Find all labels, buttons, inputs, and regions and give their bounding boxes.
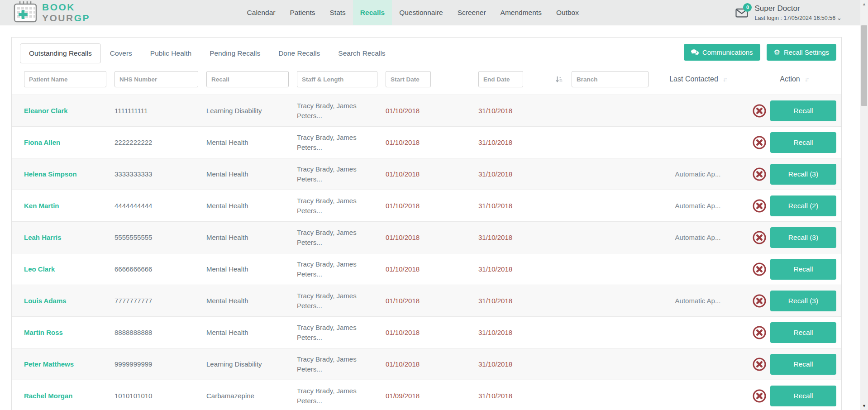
end-date-filter-input[interactable]	[478, 71, 523, 87]
table-row: Rachel Morgan 1010101010 Carbamazepine T…	[12, 380, 841, 410]
nav-item[interactable]: Amendments	[493, 0, 549, 25]
nav-item[interactable]: Patients	[283, 0, 323, 25]
end-date-cell: 31/10/2018	[478, 138, 546, 146]
nav-item-label: Amendments	[501, 9, 542, 17]
cancel-recall-icon[interactable]	[753, 262, 766, 276]
nhs-number-cell: 4444444444	[114, 202, 206, 210]
table-row: Ken Martin 4444444444 Mental Health Trac…	[12, 190, 841, 222]
cancel-recall-icon[interactable]	[753, 294, 766, 308]
cancel-recall-icon[interactable]	[753, 326, 766, 339]
recall-button[interactable]: Recall	[770, 132, 836, 153]
start-date-cell: 01/10/2018	[386, 265, 478, 273]
recall-button[interactable]: Recall (3)	[770, 291, 836, 311]
patient-name-link[interactable]: Rachel Morgan	[24, 392, 114, 400]
nhs-number-cell: 2222222222	[114, 138, 206, 146]
brand-name: BOOK YOURGP	[42, 2, 90, 23]
sort-action-icon[interactable]: ↓↑	[805, 76, 808, 83]
cancel-recall-icon[interactable]	[753, 358, 766, 371]
nhs-number-filter-input[interactable]	[114, 71, 198, 87]
recall-button[interactable]: Recall	[770, 354, 836, 375]
start-date-filter-input[interactable]	[386, 71, 431, 87]
recall-type-cell: Mental Health	[206, 202, 297, 210]
calendar-plus-icon	[13, 0, 38, 25]
recall-button[interactable]: Recall (3)	[770, 227, 836, 248]
recall-type-cell: Learning Disability	[206, 360, 297, 368]
staff-length-cell: Tracy Brady, James Peters...	[297, 323, 373, 343]
recall-settings-label: Recall Settings	[784, 48, 829, 56]
nav-item[interactable]: Questionnaire	[392, 0, 450, 25]
tab[interactable]: Covers	[101, 43, 141, 63]
staff-length-cell: Tracy Brady, James Peters...	[297, 386, 373, 406]
patient-name-link[interactable]: Ken Martin	[24, 202, 114, 210]
patient-name-link[interactable]: Eleanor Clark	[24, 107, 114, 114]
scroll-up-arrow[interactable]: ▲	[862, 2, 866, 6]
messages-icon[interactable]: 0	[735, 7, 749, 20]
tab[interactable]: Outstanding Recalls	[20, 43, 101, 63]
staff-length-cell: Tracy Brady, James Peters...	[297, 133, 373, 153]
action-cell: Recall	[749, 132, 839, 153]
cancel-recall-icon[interactable]	[753, 199, 766, 213]
patient-name-link[interactable]: Leah Harris	[24, 234, 114, 241]
cancel-recall-icon[interactable]	[753, 136, 766, 149]
recall-filter-input[interactable]	[206, 71, 289, 87]
start-date-cell: 01/10/2018	[386, 202, 478, 210]
recall-button[interactable]: Recall	[770, 100, 836, 121]
staff-length-cell: Tracy Brady, James Peters...	[297, 259, 373, 279]
patient-name-link[interactable]: Fiona Allen	[24, 138, 114, 146]
nav-item-label: Calendar	[247, 9, 276, 17]
sort-amount-icon[interactable]	[546, 76, 572, 83]
action-cell: Recall (2)	[749, 195, 839, 216]
nhs-number-cell: 9999999999	[114, 360, 206, 368]
vertical-scrollbar[interactable]: ▲ ▼	[860, 0, 868, 410]
end-date-cell: 31/10/2018	[478, 107, 546, 114]
table-row: Peter Matthews 9999999999 Learning Disab…	[12, 348, 841, 380]
scrollbar-thumb[interactable]	[861, 25, 867, 106]
table-filter-row: Last Contacted ↓↑ Action ↓↑	[12, 64, 841, 95]
user-box[interactable]: 0 Super Doctor Last login : 17/05/2024 1…	[735, 0, 854, 25]
recall-button[interactable]: Recall	[770, 386, 836, 406]
patient-name-link[interactable]: Peter Matthews	[24, 360, 114, 368]
cancel-recall-icon[interactable]	[753, 104, 766, 118]
cancel-recall-icon[interactable]	[753, 231, 766, 244]
patient-name-link[interactable]: Martin Ross	[24, 329, 114, 336]
nav-item[interactable]: Outbox	[549, 0, 586, 25]
patient-name-filter-input[interactable]	[24, 71, 106, 87]
cancel-recall-icon[interactable]	[753, 167, 766, 181]
patient-name-link[interactable]: Louis Adams	[24, 297, 114, 305]
recall-button[interactable]: Recall	[770, 322, 836, 343]
communications-button[interactable]: Communications	[684, 44, 760, 61]
recall-button[interactable]: Recall (2)	[770, 195, 836, 216]
nav-item[interactable]: Calendar	[240, 0, 283, 25]
staff-length-cell: Tracy Brady, James Peters...	[297, 101, 373, 121]
end-date-cell: 31/10/2018	[478, 202, 546, 210]
top-bar: BOOK YOURGP Calendar Patients Stats Reca…	[0, 0, 868, 25]
tab[interactable]: Search Recalls	[329, 43, 394, 63]
chevron-down-icon: ⌄	[837, 14, 842, 21]
recalls-table-body: Eleanor Clark 1111111111 Learning Disabi…	[12, 95, 841, 410]
nav-item[interactable]: Screener	[450, 0, 493, 25]
staff-length-cell: Tracy Brady, James Peters...	[297, 228, 373, 248]
recall-settings-button[interactable]: ⚙ Recall Settings	[767, 44, 836, 61]
tab[interactable]: Public Health	[141, 43, 200, 63]
brand-logo[interactable]: BOOK YOURGP	[13, 0, 90, 25]
action-cell: Recall (3)	[749, 291, 839, 311]
end-date-cell: 31/10/2018	[478, 265, 546, 273]
recall-button[interactable]: Recall	[770, 259, 836, 280]
end-date-cell: 31/10/2018	[478, 360, 546, 368]
last-login[interactable]: Last login : 17/05/2024 16:50:56⌄	[754, 14, 842, 21]
cancel-recall-icon[interactable]	[753, 389, 766, 403]
patient-name-link[interactable]: Leo Clark	[24, 265, 114, 273]
recall-button[interactable]: Recall (3)	[770, 164, 836, 185]
sort-last-contacted-icon[interactable]: ↓↑	[723, 76, 726, 83]
action-cell: Recall (3)	[749, 227, 839, 248]
nav-item[interactable]: Stats	[323, 0, 353, 25]
tab[interactable]: Pending Recalls	[200, 43, 269, 63]
staff-length-filter-input[interactable]	[297, 71, 377, 87]
branch-filter-input[interactable]	[572, 71, 649, 87]
patient-name-link[interactable]: Helena Simpson	[24, 170, 114, 178]
scroll-down-arrow[interactable]: ▼	[862, 404, 866, 408]
nav-item[interactable]: Recalls	[353, 0, 392, 25]
last-contacted-cell: Automatic Ap...	[646, 170, 749, 178]
tab[interactable]: Done Recalls	[269, 43, 329, 63]
table-row: Louis Adams 7777777777 Mental Health Tra…	[12, 285, 841, 317]
